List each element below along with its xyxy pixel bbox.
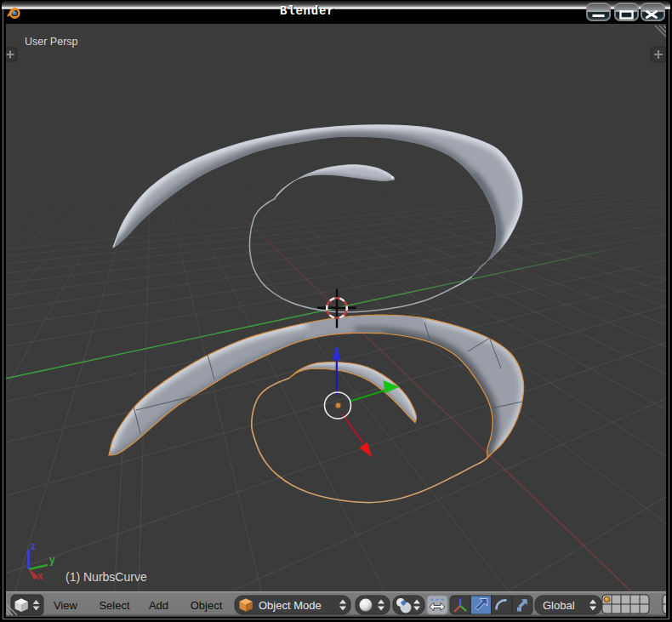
svg-text:y: y xyxy=(49,554,55,566)
svg-text:View: View xyxy=(54,599,78,612)
svg-text:User Persp: User Persp xyxy=(25,36,78,48)
svg-text:x: x xyxy=(37,570,43,582)
svg-text:Select: Select xyxy=(99,599,130,612)
svg-text:Global: Global xyxy=(543,599,575,612)
svg-text:(1) NurbsCurve: (1) NurbsCurve xyxy=(65,570,147,584)
svg-text:Object Mode: Object Mode xyxy=(259,599,322,612)
svg-text:z: z xyxy=(31,540,36,552)
svg-text:Object: Object xyxy=(191,599,223,612)
svg-text:Add: Add xyxy=(149,599,168,612)
